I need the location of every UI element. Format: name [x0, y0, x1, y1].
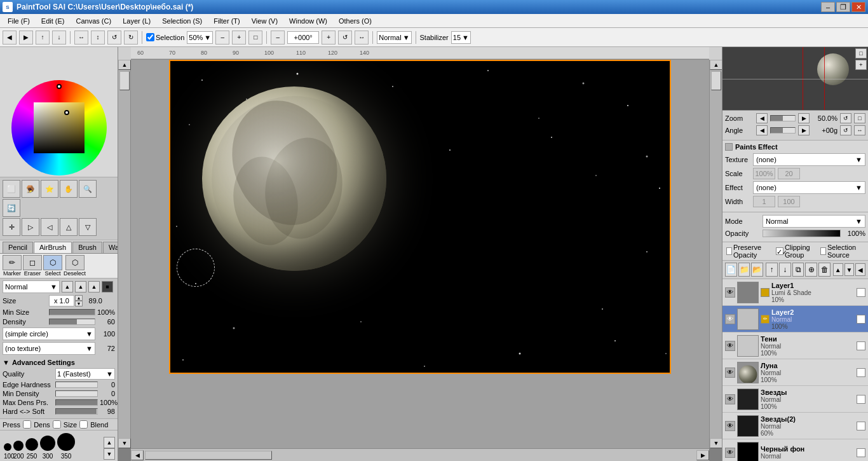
- layer-teni-check[interactable]: [857, 341, 865, 350]
- menu-others[interactable]: Others (O): [334, 16, 377, 26]
- close-button[interactable]: ✕: [851, 2, 865, 12]
- layer-new-set-btn[interactable]: 📁: [738, 263, 750, 277]
- toolbar-flip-h[interactable]: ↔: [74, 31, 88, 45]
- subtool-eraser[interactable]: ◻ Eraser: [23, 255, 42, 277]
- tab-water[interactable]: Water: [103, 242, 118, 253]
- density-slider[interactable]: [49, 319, 95, 325]
- vscroll-track[interactable]: [118, 70, 130, 438]
- layer-item-luna[interactable]: 👁 Луна Normal 100%: [722, 359, 868, 386]
- min-size-slider[interactable]: [49, 309, 95, 315]
- menu-layer[interactable]: Layer (L): [118, 16, 156, 26]
- layer-2-check[interactable]: [857, 315, 865, 324]
- adv-settings-header[interactable]: ▼ Advanced Settings: [3, 359, 115, 366]
- layer-bg-check[interactable]: [857, 448, 865, 457]
- blend-mode-toolbar[interactable]: Normal ▼: [377, 31, 411, 44]
- panel-scroll-down[interactable]: ▼: [104, 448, 115, 460]
- zoom-dropdown[interactable]: 50% ▼: [187, 31, 213, 44]
- layer-1-vis[interactable]: 👁: [725, 287, 735, 298]
- zoom-out-btn[interactable]: –: [215, 31, 229, 45]
- effect-dropdown[interactable]: (none) ▼: [753, 181, 865, 194]
- menu-canvas[interactable]: Canvas (C): [71, 16, 117, 26]
- vscroll2-track[interactable]: [710, 70, 722, 438]
- layer-item-stars2[interactable]: 👁 Звезды(2) Normal 60%: [722, 413, 868, 439]
- tool-extra3[interactable]: △: [60, 218, 78, 236]
- quality-dropdown[interactable]: 1 (Fastest) ▼: [55, 368, 115, 380]
- brush-mode-btn3[interactable]: ▲: [88, 281, 100, 292]
- tool-rotate[interactable]: 🔄: [3, 199, 20, 217]
- selection-checkbox[interactable]: [146, 33, 154, 41]
- layer-folder-btn[interactable]: 📂: [751, 263, 763, 277]
- zoom-slider[interactable]: [770, 115, 796, 121]
- layer-item-bg[interactable]: 👁 Черный фон Normal: [722, 439, 868, 461]
- mode-dropdown[interactable]: Normal ▼: [763, 215, 865, 228]
- rotation-minus-btn[interactable]: –: [271, 31, 285, 45]
- brush-shape-dropdown[interactable]: (simple circle) ▼: [3, 327, 95, 340]
- layer-2-vis[interactable]: 👁: [725, 314, 735, 324]
- minimize-button[interactable]: –: [821, 2, 835, 12]
- layer-blend-mode[interactable]: Normal ▼: [3, 280, 60, 293]
- layer-teni-vis[interactable]: 👁: [725, 341, 735, 351]
- min-density-slider[interactable]: [55, 390, 98, 397]
- tab-pencil[interactable]: Pencil: [3, 242, 33, 253]
- toolbar-flip-v[interactable]: ↕: [91, 31, 105, 45]
- zoom-in-btn[interactable]: +: [232, 31, 246, 45]
- brush-mode-btn4[interactable]: ■: [102, 281, 113, 292]
- rotation-plus-btn[interactable]: +: [322, 31, 336, 45]
- layer-stars2-vis[interactable]: 👁: [725, 421, 735, 431]
- restore-button[interactable]: ❐: [836, 2, 850, 12]
- tool-extra1[interactable]: ▷: [22, 218, 39, 236]
- menu-edit[interactable]: Edit (E): [36, 16, 70, 26]
- vscroll-down-btn[interactable]: ▼: [118, 438, 131, 448]
- hscroll-right-btn[interactable]: ▶: [696, 450, 709, 460]
- layer-scroll-up[interactable]: ▲: [833, 263, 843, 276]
- clipping-group-checkbox[interactable]: ✓: [776, 247, 783, 255]
- layer-item-2[interactable]: 👁 ✏ Layer2 Normal 100%: [722, 306, 868, 333]
- panel-scroll-up[interactable]: ▲: [104, 437, 115, 448]
- layer-stars-vis[interactable]: 👁: [725, 394, 735, 404]
- rotation-flip-btn[interactable]: ↔: [355, 31, 369, 45]
- layer-item-1[interactable]: 👁 Layer1 Lumi & Shade 10%: [722, 279, 868, 306]
- layer-copy-btn[interactable]: ⧉: [792, 263, 804, 277]
- canvas-area[interactable]: 60 70 80 90 100 110 120 140 ▲ ▼ ▲ ▼: [118, 47, 722, 461]
- layer-collapse[interactable]: ◀: [855, 263, 865, 276]
- color-wheel-area[interactable]: ↕: [0, 47, 118, 177]
- tool-lasso[interactable]: 🪤: [22, 180, 39, 198]
- angle-left-btn[interactable]: ◀: [756, 125, 768, 135]
- toolbar-nav3[interactable]: ↑: [36, 31, 50, 45]
- tool-magic-wand[interactable]: ⭐: [41, 180, 58, 198]
- zoom-left-btn[interactable]: ◀: [756, 113, 768, 123]
- vscroll-up-btn[interactable]: ▲: [118, 60, 131, 70]
- layer-merge-btn[interactable]: ⊕: [805, 263, 817, 277]
- tool-hand[interactable]: ✋: [60, 180, 78, 198]
- layer-stars-check[interactable]: [857, 395, 865, 404]
- paints-effect-checkbox[interactable]: [725, 143, 733, 151]
- tool-zoom[interactable]: 🔍: [79, 180, 97, 198]
- preview-zoom-in[interactable]: +: [855, 60, 867, 70]
- menu-file[interactable]: File (F): [3, 16, 35, 26]
- preserve-opacity-checkbox[interactable]: [726, 247, 732, 255]
- layer-delete-btn[interactable]: 🗑: [818, 263, 831, 277]
- layer-up-btn[interactable]: ↑: [766, 263, 778, 277]
- texture-effect-dropdown[interactable]: (none) ▼: [753, 153, 865, 166]
- layer-luna-check[interactable]: [857, 368, 865, 377]
- vscroll2-thumb[interactable]: [711, 71, 721, 90]
- hscroll-left-btn[interactable]: ◀: [131, 450, 144, 460]
- size-mult-down[interactable]: ▼: [75, 301, 83, 306]
- size-checkbox[interactable]: [79, 420, 88, 429]
- hard-soft-slider[interactable]: [55, 408, 98, 415]
- layer-luna-vis[interactable]: 👁: [725, 368, 735, 378]
- layer-new-btn[interactable]: 📄: [725, 263, 737, 277]
- toolbar-rotate-l[interactable]: ↺: [107, 31, 121, 45]
- texture-dropdown[interactable]: (no texture) ▼: [3, 342, 95, 355]
- menu-filter[interactable]: Filter (T): [208, 16, 245, 26]
- zoom-right-btn[interactable]: ▶: [798, 113, 810, 123]
- zoom-fit-btn[interactable]: □: [248, 31, 262, 45]
- menu-view[interactable]: View (V): [247, 16, 283, 26]
- angle-reset-btn[interactable]: ↺: [840, 125, 851, 135]
- hscroll-track[interactable]: [144, 450, 696, 461]
- stabilizer-dropdown[interactable]: 15 ▼: [451, 31, 471, 44]
- vscroll2-down-btn[interactable]: ▼: [710, 438, 722, 448]
- toolbar-nav1[interactable]: ◀: [3, 31, 17, 45]
- size-mult-value[interactable]: x 1.0: [49, 295, 74, 306]
- angle-right-btn[interactable]: ▶: [798, 125, 810, 135]
